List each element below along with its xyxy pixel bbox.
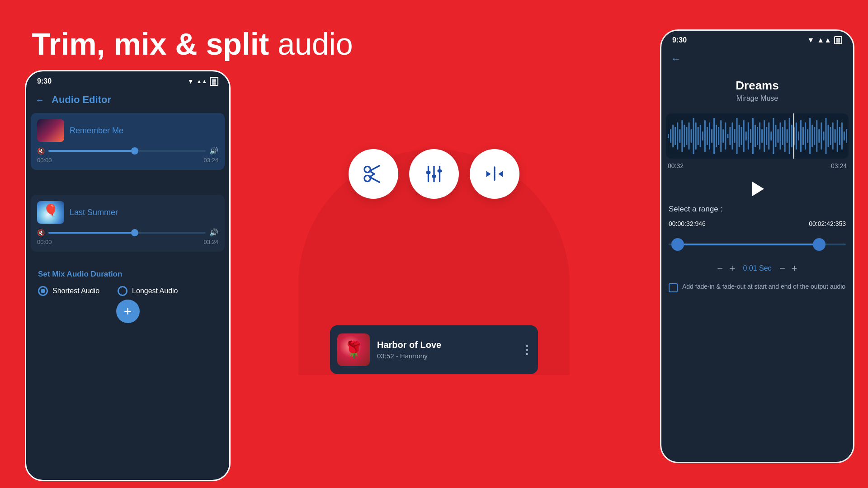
step-plus-left[interactable]: + <box>729 263 735 274</box>
svg-rect-84 <box>825 118 826 154</box>
svg-rect-57 <box>764 120 765 152</box>
play-button-container <box>661 178 853 200</box>
mixer-icon-circle[interactable] <box>409 149 459 199</box>
track-thumb-2: 🎈 <box>37 201 64 224</box>
svg-rect-46 <box>739 125 740 147</box>
wifi-icon-right: ▼ <box>807 36 814 44</box>
back-arrow-left[interactable]: ← <box>35 95 44 105</box>
svg-rect-36 <box>716 125 717 147</box>
status-bar-left: 9:30 ▼ ▲▲ ▓ <box>26 71 229 89</box>
svg-rect-81 <box>818 129 820 143</box>
song-info: Harbor of Love 03:52 - Harmony <box>377 340 516 360</box>
svg-rect-85 <box>828 125 829 147</box>
status-bar-right: 9:30 ▼ ▲▲ ▓ <box>661 31 853 48</box>
svg-rect-63 <box>777 129 778 143</box>
svg-rect-47 <box>741 127 742 145</box>
fade-text: Add fade-in & fade-out at start and end … <box>682 282 845 291</box>
step-minus-right[interactable]: − <box>779 263 785 274</box>
fade-option: Add fade-in & fade-out at start and end … <box>661 278 853 297</box>
svg-rect-34 <box>711 129 712 143</box>
svg-rect-26 <box>693 118 694 154</box>
track-slider-1[interactable] <box>48 150 206 152</box>
split-icon-circle[interactable] <box>470 149 519 199</box>
svg-rect-82 <box>821 122 822 150</box>
radio-circle-shortest <box>38 286 48 296</box>
phone-left: 9:30 ▼ ▲▲ ▓ ← Audio Editor Remember Me 🔇… <box>25 70 231 481</box>
svg-rect-51 <box>750 129 751 143</box>
svg-rect-24 <box>688 122 689 150</box>
svg-rect-32 <box>707 127 708 145</box>
svg-rect-68 <box>789 118 790 154</box>
svg-rect-15 <box>668 134 669 138</box>
svg-rect-59 <box>768 122 769 150</box>
svg-rect-42 <box>729 127 731 145</box>
svg-rect-25 <box>691 129 692 143</box>
track-time-end-2: 03:24 <box>203 239 218 245</box>
svg-rect-83 <box>823 131 824 141</box>
svg-rect-73 <box>800 120 802 152</box>
radio-shortest[interactable]: Shortest Audio <box>38 286 99 296</box>
track-slider-2[interactable] <box>48 232 206 234</box>
range-slider[interactable] <box>661 234 853 255</box>
status-icons-left: ▼ ▲▲ ▓ <box>188 77 218 86</box>
audio-editor-header: ← Audio Editor <box>26 89 229 113</box>
step-minus-left[interactable]: − <box>717 263 723 274</box>
svg-rect-89 <box>837 120 838 152</box>
svg-line-3 <box>370 177 380 183</box>
range-thumb-right[interactable] <box>813 238 826 251</box>
svg-rect-58 <box>766 127 767 145</box>
song-thumb: 🌹 <box>337 333 370 366</box>
svg-marker-14 <box>498 171 503 177</box>
svg-rect-40 <box>725 122 726 150</box>
back-button-right[interactable]: ← <box>661 48 853 70</box>
signal-icon-right: ▲▲ <box>817 36 831 44</box>
audio-editor-title: Audio Editor <box>52 94 111 106</box>
phone-right: 9:30 ▼ ▲▲ ▓ ← Dreams Mirage Muse <box>660 29 854 463</box>
track-name-1: Remember Me <box>70 126 123 136</box>
svg-rect-87 <box>832 122 834 150</box>
range-start-time: 00:00:32:946 <box>669 220 706 227</box>
menu-dot-1 <box>526 345 528 347</box>
svg-rect-10 <box>432 175 436 178</box>
svg-rect-18 <box>675 127 676 145</box>
svg-rect-48 <box>743 120 745 152</box>
mute-icon-2[interactable]: 🔇 <box>37 229 45 236</box>
battery-icon-right: ▓ <box>834 36 842 44</box>
range-track <box>669 244 846 245</box>
radio-longest[interactable]: Longest Audio <box>118 286 178 296</box>
mute-icon-1[interactable]: 🔇 <box>37 147 45 155</box>
battery-icon: ▓ <box>210 77 218 86</box>
svg-rect-45 <box>736 118 738 154</box>
svg-rect-93 <box>846 129 847 143</box>
svg-rect-69 <box>791 125 793 147</box>
svg-rect-74 <box>802 127 804 145</box>
scissors-icon-circle[interactable] <box>349 149 398 199</box>
time-right: 9:30 <box>672 36 687 44</box>
fade-checkbox[interactable] <box>669 283 678 292</box>
svg-rect-66 <box>784 120 786 152</box>
svg-rect-86 <box>830 127 831 145</box>
track-controls-2: 🔇 🔊 <box>37 228 218 237</box>
svg-rect-43 <box>731 122 733 150</box>
track-card-1: Remember Me 🔇 🔊 00:00 03:24 <box>31 113 225 170</box>
svg-rect-61 <box>773 118 774 154</box>
svg-rect-72 <box>798 131 799 141</box>
track-time-start-1: 00:00 <box>37 157 52 164</box>
svg-rect-44 <box>734 129 735 143</box>
range-thumb-left[interactable] <box>671 238 684 251</box>
svg-rect-33 <box>709 122 710 150</box>
radio-label-longest: Longest Audio <box>132 287 178 295</box>
waveform-time-start: 00:32 <box>668 162 684 169</box>
volume-icon-1: 🔊 <box>209 146 218 155</box>
song-menu-button[interactable] <box>523 343 531 357</box>
add-track-button[interactable]: + <box>116 300 140 323</box>
mix-duration-title: Set Mix Audio Duration <box>38 270 217 279</box>
svg-rect-62 <box>775 125 776 147</box>
radio-circle-longest <box>118 286 127 296</box>
play-button[interactable] <box>746 178 769 200</box>
svg-rect-77 <box>809 118 811 154</box>
balloon-icon: 🎈 <box>43 203 59 218</box>
svg-line-5 <box>370 174 374 177</box>
step-plus-right[interactable]: + <box>792 263 797 274</box>
svg-rect-29 <box>700 125 701 147</box>
